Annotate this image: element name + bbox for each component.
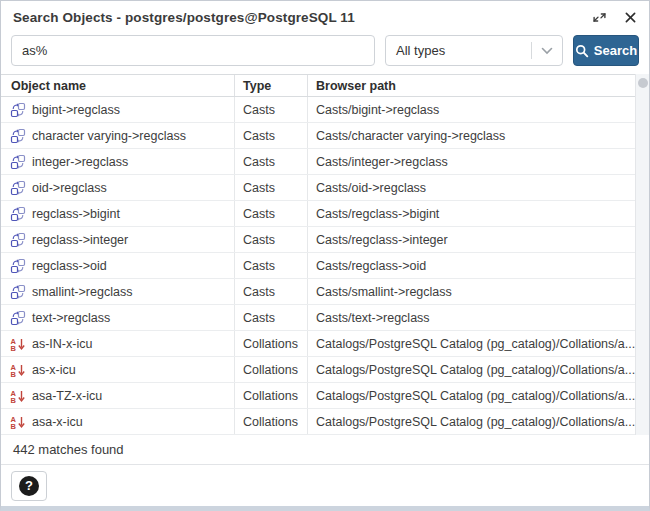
table-row[interactable]: A B regclass->oid Casts Casts/regclass->… (1, 253, 649, 279)
table-row[interactable]: A B oid->regclass Casts Casts/oid->regcl… (1, 175, 649, 201)
chevron-down-icon (532, 47, 562, 55)
search-button-label: Search (594, 43, 637, 58)
collation-icon: A B (10, 362, 26, 378)
object-type: Collations (234, 331, 307, 356)
status-bar: 442 matches found (1, 435, 649, 465)
svg-text:B: B (11, 370, 17, 378)
table-row[interactable]: A B smallint->regclass Casts Casts/small… (1, 279, 649, 305)
object-name: asa-TZ-x-icu (32, 389, 102, 403)
object-browser-path: Catalogs/PostgreSQL Catalog (pg_catalog)… (307, 383, 649, 408)
object-browser-path: Catalogs/PostgreSQL Catalog (pg_catalog)… (307, 331, 649, 356)
object-name: text->regclass (32, 311, 110, 325)
object-name: as-IN-x-icu (32, 337, 92, 351)
results-grid: Object name Type Browser path A B (1, 74, 649, 435)
cast-icon (10, 284, 26, 300)
object-browser-path: Casts/oid->regclass (307, 175, 649, 200)
collation-icon: A B (10, 336, 26, 352)
svg-text:B: B (11, 396, 17, 404)
table-row[interactable]: A B asa-TZ-x-icu Collations Catalogs/Pos… (1, 383, 649, 409)
object-type: Casts (234, 279, 307, 304)
object-type: Collations (234, 409, 307, 434)
column-header-object-name[interactable]: Object name (1, 75, 234, 96)
object-name: asa-x-icu (32, 415, 83, 429)
close-icon[interactable] (623, 10, 637, 24)
table-row[interactable]: A B character varying->regclass Casts Ca… (1, 123, 649, 149)
search-input[interactable] (11, 35, 375, 66)
grid-body: A B bigint->regclass Casts Casts/bigint-… (1, 97, 649, 435)
expand-icon[interactable] (592, 10, 606, 24)
object-name: regclass->oid (32, 259, 107, 273)
object-name: as-x-icu (32, 363, 76, 377)
object-name: regclass->integer (32, 233, 128, 247)
object-type: Casts (234, 175, 307, 200)
table-row[interactable]: A B asa-x-icu Collations Catalogs/Postgr… (1, 409, 649, 435)
search-button[interactable]: Search (573, 35, 639, 66)
object-name: integer->regclass (32, 155, 128, 169)
object-browser-path: Casts/regclass->oid (307, 253, 649, 278)
cast-icon (10, 232, 26, 248)
help-icon: ? (19, 476, 39, 496)
object-type: Casts (234, 149, 307, 174)
table-row[interactable]: A B regclass->bigint Casts Casts/regclas… (1, 201, 649, 227)
column-header-type[interactable]: Type (234, 75, 307, 96)
table-row[interactable]: A B text->regclass Casts Casts/text->reg… (1, 305, 649, 331)
object-type: Casts (234, 227, 307, 252)
title-bar: Search Objects - postgres/postgres@Postg… (1, 1, 649, 31)
object-name: smallint->regclass (32, 285, 132, 299)
search-objects-dialog: Search Objects - postgres/postgres@Postg… (0, 0, 650, 511)
help-button[interactable]: ? (11, 471, 47, 501)
collation-icon: A B (10, 414, 26, 430)
search-toolbar: All types Search (1, 31, 649, 74)
type-filter-select[interactable]: All types (385, 35, 563, 66)
object-browser-path: Catalogs/PostgreSQL Catalog (pg_catalog)… (307, 357, 649, 382)
object-name: oid->regclass (32, 181, 107, 195)
object-type: Casts (234, 201, 307, 226)
object-type: Casts (234, 97, 307, 122)
cast-icon (10, 180, 26, 196)
dialog-title: Search Objects - postgres/postgres@Postg… (13, 10, 355, 25)
table-row[interactable]: A B as-IN-x-icu Collations Catalogs/Post… (1, 331, 649, 357)
cast-icon (10, 102, 26, 118)
object-name: character varying->regclass (32, 129, 186, 143)
object-browser-path: Casts/bigint->regclass (307, 97, 649, 122)
dialog-footer: ? (1, 465, 649, 506)
object-name: regclass->bigint (32, 207, 120, 221)
object-browser-path: Casts/integer->regclass (307, 149, 649, 174)
table-row[interactable]: A B bigint->regclass Casts Casts/bigint-… (1, 97, 649, 123)
svg-text:B: B (11, 344, 17, 352)
cast-icon (10, 154, 26, 170)
object-type: Collations (234, 357, 307, 382)
svg-text:B: B (11, 422, 17, 430)
table-row[interactable]: A B integer->regclass Casts Casts/intege… (1, 149, 649, 175)
matches-count-text: 442 matches found (13, 442, 124, 457)
object-type: Collations (234, 383, 307, 408)
object-browser-path: Casts/character varying->regclass (307, 123, 649, 148)
vertical-scrollbar[interactable] (635, 74, 649, 435)
object-type: Casts (234, 123, 307, 148)
object-name: bigint->regclass (32, 103, 120, 117)
object-browser-path: Casts/regclass->bigint (307, 201, 649, 226)
scrollbar-thumb[interactable] (638, 78, 648, 88)
column-header-browser-path[interactable]: Browser path (307, 75, 649, 96)
object-browser-path: Catalogs/PostgreSQL Catalog (pg_catalog)… (307, 409, 649, 434)
object-browser-path: Casts/text->regclass (307, 305, 649, 330)
object-type: Casts (234, 305, 307, 330)
grid-header: Object name Type Browser path (1, 74, 649, 97)
type-filter-value: All types (396, 43, 445, 58)
search-icon (575, 44, 589, 58)
cast-icon (10, 310, 26, 326)
table-row[interactable]: A B as-x-icu Collations Catalogs/Postgre… (1, 357, 649, 383)
object-browser-path: Casts/smallint->regclass (307, 279, 649, 304)
table-row[interactable]: A B regclass->integer Casts Casts/regcla… (1, 227, 649, 253)
cast-icon (10, 258, 26, 274)
cast-icon (10, 128, 26, 144)
cast-icon (10, 206, 26, 222)
object-type: Casts (234, 253, 307, 278)
object-browser-path: Casts/regclass->integer (307, 227, 649, 252)
collation-icon: A B (10, 388, 26, 404)
